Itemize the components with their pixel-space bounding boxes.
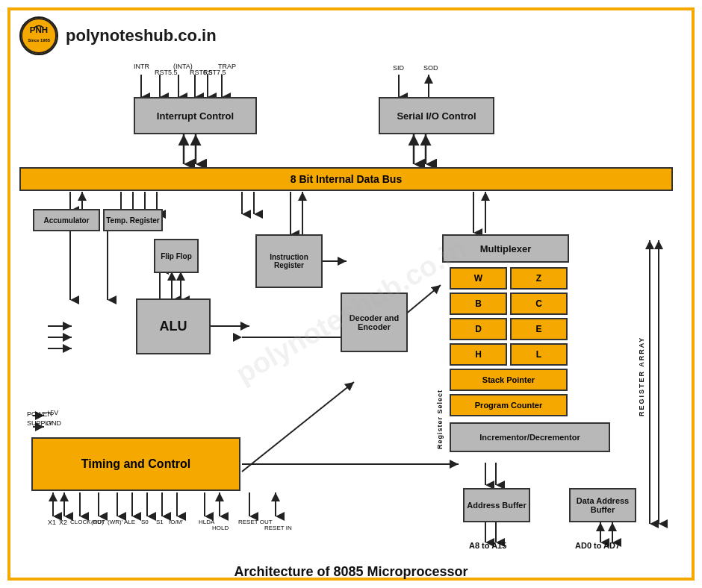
h-register: H (450, 343, 507, 366)
reset-in-label: RESET IN (264, 525, 292, 531)
x2-label: X2 (59, 519, 67, 526)
data-bus-bar: 8 Bit Internal Data Bus (19, 167, 673, 191)
svg-text:Since 1985: Since 1985 (28, 38, 51, 43)
hold-label: HOLD (212, 525, 229, 531)
iom-label: IO/M' (169, 519, 183, 525)
c-register: C (510, 293, 568, 315)
address-buffer-box: Address Buffer (463, 488, 530, 522)
alu-box: ALU (136, 298, 211, 354)
b-register: B (450, 293, 507, 315)
svg-point-0 (22, 19, 56, 53)
stack-pointer-box: Stack Pointer (450, 369, 568, 391)
l-register: L (510, 343, 568, 366)
sod-label: SOD (423, 64, 438, 72)
register-select-label: Register Select (436, 278, 444, 449)
decoder-encoder-box: Decoder and Encoder (341, 293, 408, 352)
rd-label: (RD)' (91, 519, 105, 525)
flip-flop-box: Flip Flop (154, 239, 199, 273)
z-register: Z (510, 267, 568, 290)
register-array-label: REGISTER ARRAY (638, 267, 645, 416)
ad0-ad7-label: AD0 to AD7 (575, 541, 620, 550)
diagram-area: polynoteshub.co.in (10, 61, 692, 561)
ale-label: ALE (124, 519, 135, 525)
v5-label: +5V (46, 409, 58, 416)
e-register: E (510, 318, 568, 340)
intr-label: INTR (134, 63, 149, 70)
gnd-label: GND (46, 419, 61, 427)
program-counter-box: Program Counter (450, 394, 568, 416)
sid-label: SID (393, 64, 404, 72)
rst55-label: RST5.5 (155, 69, 178, 76)
instruction-register-box: Instruction Register (255, 234, 323, 288)
w-register: W (450, 267, 507, 290)
accumulator-box: Accumulator (33, 209, 100, 231)
s0-label: S0 (141, 519, 149, 525)
footer-title: Architecture of 8085 Microprocessor (10, 561, 692, 584)
temp-register-box: Temp. Register (103, 209, 163, 231)
svg-text:PNH: PNH (30, 25, 48, 34)
serial-io-box: Serial I/O Control (379, 97, 494, 134)
header: PNH Since 1985 polynoteshub.co.in (10, 10, 692, 61)
logo: PNH Since 1985 (19, 16, 58, 55)
outer-border: PNH Since 1985 polynoteshub.co.in polyno… (7, 7, 695, 581)
incrementor-box: Incrementor/Decrementor (450, 422, 610, 452)
d-register: D (450, 318, 507, 340)
s1-label: S1 (156, 519, 164, 525)
multiplexer-box: Multiplexer (442, 234, 569, 263)
a8-a15-label: A8 to A15 (469, 541, 506, 550)
wr-label: (WR)' (108, 519, 122, 525)
timing-control-box: Timing and Control (31, 437, 240, 491)
data-address-buffer-box: Data Address Buffer (569, 488, 636, 522)
svg-line-59 (242, 382, 354, 472)
x1-label: X1 (48, 519, 56, 526)
trap-label: TRAP (218, 63, 236, 70)
interrupt-control-box: Interrupt Control (134, 97, 257, 134)
site-name: polynoteshub.co.in (66, 26, 217, 46)
